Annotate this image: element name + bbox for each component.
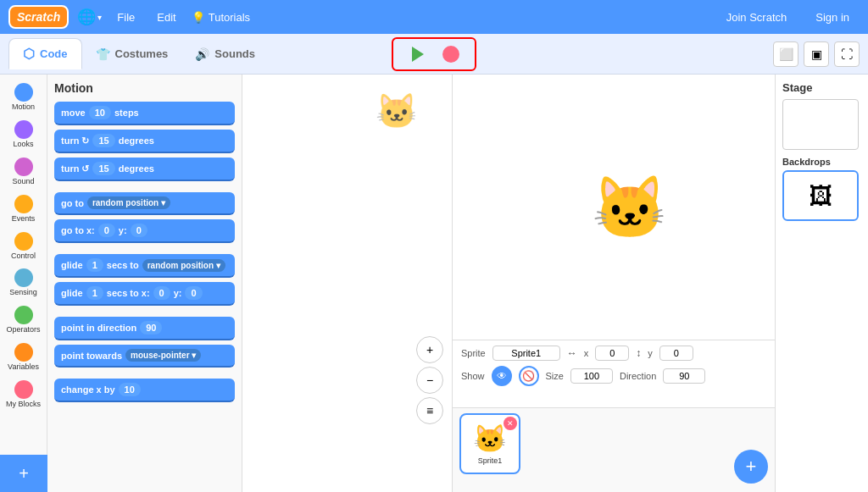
block-glide-random[interactable]: glide 1 secs to random position ▾	[54, 254, 235, 278]
bulb-icon: 💡	[192, 11, 205, 24]
script-menu-button[interactable]: ≡	[416, 397, 443, 424]
sidebar-item-sound[interactable]: Sound	[2, 154, 46, 190]
backdrop-icon: 🖼	[809, 182, 832, 210]
y-label: y	[648, 348, 653, 358]
looks-label: Looks	[13, 141, 33, 149]
small-stage-button[interactable]: ⬜	[773, 41, 798, 67]
block-change-x[interactable]: change x by 10	[54, 379, 235, 402]
sprite-thumb-sprite1[interactable]: 🐱 ✕ Sprite1	[459, 413, 520, 474]
direction-label: Direction	[620, 371, 656, 381]
sidebar-item-sensing[interactable]: Sensing	[2, 265, 46, 301]
looks-dot	[14, 120, 33, 139]
sprite-thumb-label: Sprite1	[478, 456, 503, 465]
backdrop-thumbnail[interactable]: 🖼	[782, 170, 859, 221]
sidebar-item-variables[interactable]: Variables	[2, 340, 46, 375]
blocks-header: Motion	[54, 81, 235, 95]
zoom-out-button[interactable]: −	[416, 367, 443, 394]
top-nav: Scratch 🌐 ▾ File Edit 💡 Tutorials Join S…	[0, 0, 868, 34]
block-point-direction[interactable]: point in direction 90	[54, 317, 235, 340]
file-menu[interactable]: File	[110, 8, 142, 27]
globe-button[interactable]: 🌐 ▾	[77, 8, 102, 26]
block-goto-random[interactable]: go to random position ▾	[54, 192, 235, 215]
script-area[interactable]: 🐱 + − ≡	[242, 75, 453, 492]
globe-icon: 🌐	[77, 8, 96, 26]
stop-button[interactable]	[439, 42, 463, 66]
stage-thumbnail[interactable]	[782, 99, 859, 150]
add-extension-bar: +	[0, 455, 47, 492]
x-arrow-icon: ↔	[567, 347, 577, 359]
join-button[interactable]: Join Scratch	[716, 8, 798, 27]
script-zoom-controls: + − ≡	[416, 336, 443, 424]
sprite-delete-button[interactable]: ✕	[504, 417, 517, 430]
stage-area: 🐱 Sprite ↔ x ↕ y Show 👁 🚫 Size Direction	[453, 75, 775, 492]
main-area: Motion Looks Sound Events Control Sensin…	[0, 75, 868, 492]
block-move[interactable]: move 10 steps	[54, 102, 235, 125]
sidebar-item-operators[interactable]: Operators	[2, 302, 46, 338]
y-arrow-icon: ↕	[636, 347, 641, 359]
large-stage-button[interactable]: ▣	[804, 41, 829, 67]
block-glide-xy[interactable]: glide 1 secs to x: 0 y: 0	[54, 282, 235, 306]
sprite-info-panel: Sprite ↔ x ↕ y Show 👁 🚫 Size Direction	[453, 340, 775, 407]
block-turn-cw[interactable]: turn ↻ 15 degrees	[54, 130, 235, 153]
svg-point-1	[442, 46, 459, 63]
sprite-label: Sprite	[461, 348, 486, 358]
view-controls: ⬜ ▣ ⛶	[773, 41, 860, 67]
tab-sounds[interactable]: 🔊 Sounds	[181, 41, 269, 68]
stage-panel: Stage Backdrops 🖼	[775, 75, 868, 492]
sidebar-item-control[interactable]: Control	[2, 229, 46, 264]
block-goto-xy[interactable]: go to x: 0 y: 0	[54, 219, 235, 243]
stage-panel-label: Stage	[782, 81, 861, 94]
add-sprite-button[interactable]: +	[734, 450, 768, 484]
category-sidebar: Motion Looks Sound Events Control Sensin…	[0, 75, 47, 492]
tutorials-menu[interactable]: 💡 Tutorials	[192, 11, 250, 24]
control-dot	[14, 232, 33, 251]
direction-input[interactable]	[663, 368, 705, 384]
myblocks-dot	[14, 380, 33, 399]
sound-icon: 🔊	[195, 47, 209, 61]
operators-label: Operators	[6, 326, 40, 334]
block-turn-ccw[interactable]: turn ↺ 15 degrees	[54, 158, 235, 181]
code-icon: ⬡	[23, 46, 35, 62]
show-visible-button[interactable]: 👁	[492, 366, 512, 386]
sensing-dot	[14, 268, 33, 287]
add-extension-button[interactable]: +	[19, 464, 29, 484]
myblocks-label: My Blocks	[6, 401, 41, 409]
script-area-cat: 🐱	[376, 91, 418, 131]
sidebar-item-myblocks[interactable]: My Blocks	[2, 377, 46, 412]
sidebar-item-motion[interactable]: Motion	[2, 80, 46, 115]
x-label: x	[584, 348, 589, 358]
operators-dot	[14, 306, 33, 324]
variables-label: Variables	[8, 363, 39, 372]
green-flag-button[interactable]	[405, 42, 429, 66]
sensing-label: Sensing	[9, 289, 37, 297]
sidebar-item-looks[interactable]: Looks	[2, 117, 46, 152]
block-point-towards[interactable]: point towards mouse-pointer ▾	[54, 345, 235, 368]
sprite-name-input[interactable]	[492, 346, 560, 361]
show-label: Show	[461, 371, 485, 381]
size-input[interactable]	[570, 368, 613, 384]
tab-costumes[interactable]: 👕 Costumes	[82, 41, 182, 68]
stage-sprite-cat: 🐱	[592, 171, 668, 243]
signin-button[interactable]: Sign in	[805, 8, 860, 27]
motion-dot	[14, 83, 33, 102]
sidebar-item-events[interactable]: Events	[2, 191, 46, 227]
fullscreen-button[interactable]: ⛶	[834, 41, 860, 67]
events-dot	[14, 195, 33, 213]
variables-dot	[14, 343, 33, 362]
scratch-logo[interactable]: Scratch	[8, 5, 69, 29]
events-label: Events	[12, 215, 36, 224]
control-label: Control	[11, 252, 36, 261]
tab-code[interactable]: ⬡ Code	[8, 38, 82, 69]
costume-icon: 👕	[96, 47, 110, 61]
tab-bar: ⬡ Code 👕 Costumes 🔊 Sounds ⬜ ▣ ⛶	[0, 34, 868, 75]
zoom-in-button[interactable]: +	[416, 336, 443, 363]
y-input[interactable]	[659, 346, 693, 361]
globe-arrow: ▾	[97, 13, 102, 22]
show-hidden-button[interactable]: 🚫	[519, 366, 539, 386]
edit-menu[interactable]: Edit	[150, 8, 182, 27]
size-label: Size	[546, 371, 564, 381]
backdrops-label: Backdrops	[782, 157, 861, 167]
stage-canvas[interactable]: 🐱	[453, 75, 775, 340]
sprite-thumb-icon: 🐱	[473, 423, 507, 455]
x-input[interactable]	[595, 346, 629, 361]
